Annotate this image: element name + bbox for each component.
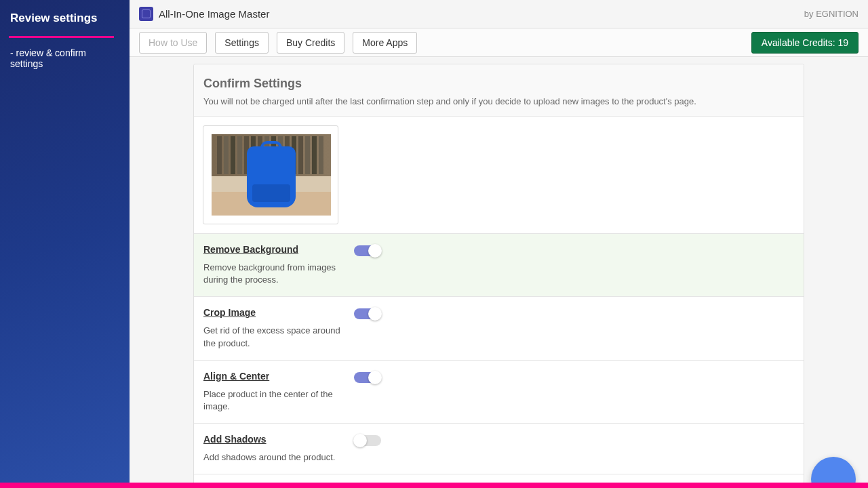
- toggle[interactable]: [354, 435, 381, 446]
- bottom-accent-bar: [0, 483, 868, 488]
- setting-row-remove-background: Remove BackgroundRemove background from …: [194, 233, 804, 296]
- how-to-use-button[interactable]: How to Use: [139, 32, 207, 54]
- setting-title[interactable]: Remove Background: [203, 244, 346, 255]
- buy-credits-button[interactable]: Buy Credits: [277, 32, 344, 54]
- available-credits-button[interactable]: Available Credits: 19: [751, 32, 859, 54]
- more-apps-button[interactable]: More Apps: [353, 32, 417, 54]
- app-logo-icon: [139, 7, 153, 21]
- sidebar-item-review[interactable]: - review & confirm settings: [0, 38, 130, 79]
- vendor-label: by EGNITION: [804, 9, 859, 19]
- setting-desc: Place product in the center of the image…: [203, 388, 346, 413]
- confirm-settings-panel: Confirm Settings You will not be charged…: [193, 64, 804, 483]
- setting-title[interactable]: Align & Center: [203, 371, 346, 382]
- setting-desc: Add shadows around the product.: [203, 451, 346, 464]
- app-title: All-In-One Image Master: [159, 8, 269, 20]
- toggle[interactable]: [354, 245, 381, 256]
- setting-row-add-shadows: Add ShadowsAdd shadows around the produc…: [194, 423, 804, 474]
- sidebar-title: Review settings: [0, 0, 130, 36]
- panel-header: Confirm Settings You will not be charged…: [194, 64, 804, 117]
- sidebar: Review settings - review & confirm setti…: [0, 0, 130, 483]
- setting-row-align-center: Align & CenterPlace product in the cente…: [194, 360, 804, 423]
- vendor-link[interactable]: EGNITION: [816, 9, 859, 19]
- preview-area: [194, 117, 804, 233]
- setting-row-crop-image: Crop ImageGet rid of the excess space ar…: [194, 296, 804, 359]
- main-content: Confirm Settings You will not be charged…: [130, 57, 868, 483]
- toggle[interactable]: [354, 308, 381, 319]
- panel-title: Confirm Settings: [203, 77, 794, 91]
- setting-title[interactable]: Add Shadows: [203, 434, 346, 445]
- setting-desc: Get rid of the excess space around the p…: [203, 325, 346, 349]
- topbar: All-In-One Image Master by EGNITION: [130, 0, 868, 28]
- product-preview-image: [212, 134, 331, 216]
- setting-desc: Remove background from images during the…: [203, 262, 346, 286]
- setting-row-image-canvas: Image CanvasAdjust canvas to fit a speci…: [194, 474, 804, 483]
- preview-card[interactable]: [203, 125, 338, 224]
- toggle[interactable]: [354, 372, 381, 383]
- setting-title[interactable]: Crop Image: [203, 307, 346, 318]
- panel-subtitle: You will not be charged until after the …: [203, 96, 794, 106]
- toolbar: How to Use Settings Buy Credits More App…: [130, 28, 868, 57]
- settings-button[interactable]: Settings: [215, 32, 269, 54]
